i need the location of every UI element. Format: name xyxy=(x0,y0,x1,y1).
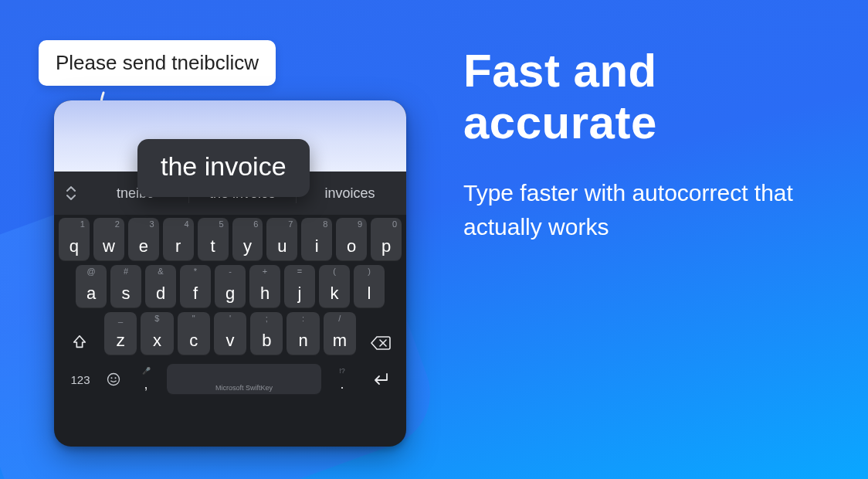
key-main-label: x xyxy=(153,331,161,351)
key-hint: 6 xyxy=(253,219,258,229)
punct-hint: !? xyxy=(339,367,345,375)
key-hint: 4 xyxy=(185,219,189,229)
key-hint: $ xyxy=(141,314,173,323)
keyboard-row-3-keys: _z$x"c'v;b:n/m xyxy=(104,312,356,355)
key-hint: = xyxy=(284,267,315,276)
expand-suggestions-icon[interactable] xyxy=(60,182,82,204)
key-main-label: i xyxy=(315,236,319,256)
emoji-key[interactable] xyxy=(102,372,125,387)
autocorrect-popup[interactable]: the invoice xyxy=(137,139,310,197)
key-i[interactable]: 8i xyxy=(301,218,332,261)
key-k[interactable]: (k xyxy=(319,265,350,308)
keyboard-row-3: _z$x"c'v;b:n/m xyxy=(59,312,402,355)
key-hint: ; xyxy=(250,314,283,323)
key-hint: 0 xyxy=(392,219,397,229)
svg-point-1 xyxy=(111,377,113,379)
headline-line-1: Fast and xyxy=(463,45,657,97)
key-main-label: j xyxy=(298,284,302,304)
typed-text-bubble: Please send tneibclicw xyxy=(39,40,276,86)
key-main-label: d xyxy=(156,284,165,304)
key-hint: " xyxy=(178,314,210,323)
key-main-label: y xyxy=(243,236,252,256)
key-v[interactable]: 'v xyxy=(214,312,246,355)
key-hint: 8 xyxy=(323,219,327,229)
key-hint: + xyxy=(249,267,280,276)
spacebar-key[interactable]: Microsoft SwiftKey xyxy=(167,364,321,395)
key-hint: / xyxy=(324,314,356,323)
shift-key[interactable] xyxy=(59,312,100,355)
key-main-label: b xyxy=(262,331,271,351)
key-b[interactable]: ;b xyxy=(250,312,283,355)
key-f[interactable]: *f xyxy=(180,265,211,308)
key-m[interactable]: /m xyxy=(324,312,356,355)
comma-mic-key[interactable]: 🎤 , xyxy=(130,367,162,392)
key-t[interactable]: 5t xyxy=(198,218,229,261)
enter-key[interactable] xyxy=(363,372,397,386)
typed-text: Please send tneibclicw xyxy=(56,51,259,74)
keyboard-bottom-row: 123 🎤 , Microsoft SwiftKey !? . xyxy=(59,359,402,399)
key-g[interactable]: -g xyxy=(215,265,246,308)
key-hint: ' xyxy=(214,314,246,323)
headline: Fast and accurate xyxy=(463,45,819,148)
key-x[interactable]: $x xyxy=(141,312,173,355)
key-main-label: g xyxy=(225,284,235,304)
key-hint: 7 xyxy=(288,219,293,229)
keyboard: 1q2w3e4r5t6y7u8i9o0p @a#s&d*f-g+h=j(k)l … xyxy=(54,215,406,404)
key-main-label: m xyxy=(333,331,347,351)
key-r[interactable]: 4r xyxy=(163,218,194,261)
autocorrect-text: the invoice xyxy=(161,151,287,181)
key-main-label: e xyxy=(139,236,148,256)
key-c[interactable]: "c xyxy=(178,312,210,355)
key-hint: 2 xyxy=(115,219,120,229)
keyboard-row-1: 1q2w3e4r5t6y7u8i9o0p xyxy=(59,218,402,261)
key-z[interactable]: _z xyxy=(104,312,137,355)
key-main-label: h xyxy=(260,284,270,304)
key-l[interactable]: )l xyxy=(354,265,385,308)
key-p[interactable]: 0p xyxy=(371,218,402,261)
key-main-label: s xyxy=(122,284,131,304)
key-hint: _ xyxy=(104,314,137,323)
marketing-copy: Fast and accurate Type faster with autoc… xyxy=(463,45,819,243)
key-main-label: p xyxy=(381,236,391,256)
key-hint: 3 xyxy=(150,219,154,229)
key-hint: : xyxy=(287,314,319,323)
key-main-label: v xyxy=(225,331,234,351)
key-q[interactable]: 1q xyxy=(59,218,90,261)
key-main-label: u xyxy=(277,236,287,256)
comma-label: , xyxy=(144,376,147,392)
key-n[interactable]: :n xyxy=(287,312,319,355)
key-e[interactable]: 3e xyxy=(128,218,159,261)
key-main-label: q xyxy=(70,236,79,256)
key-main-label: f xyxy=(193,284,198,304)
key-main-label: a xyxy=(86,284,96,304)
key-hint: 1 xyxy=(80,219,85,229)
key-hint: 9 xyxy=(358,219,362,229)
key-main-label: t xyxy=(211,236,215,256)
key-w[interactable]: 2w xyxy=(93,218,124,261)
key-main-label: z xyxy=(117,331,125,351)
key-j[interactable]: =j xyxy=(284,265,315,308)
period-label: . xyxy=(340,376,344,392)
keyboard-row-2: @a#s&d*f-g+h=j(k)l xyxy=(59,265,402,308)
key-u[interactable]: 7u xyxy=(266,218,297,261)
keyboard-brand-label: Microsoft SwiftKey xyxy=(215,384,273,392)
key-main-label: o xyxy=(347,236,356,256)
key-d[interactable]: &d xyxy=(145,265,176,308)
suggestion-right[interactable]: invoices xyxy=(300,182,400,205)
backspace-key[interactable] xyxy=(360,312,402,355)
key-y[interactable]: 6y xyxy=(232,218,263,261)
numbers-key[interactable]: 123 xyxy=(63,373,97,386)
key-h[interactable]: +h xyxy=(249,265,280,308)
key-hint: & xyxy=(145,267,176,276)
svg-point-2 xyxy=(115,377,117,379)
key-hint: * xyxy=(180,267,211,276)
key-main-label: n xyxy=(298,331,307,351)
period-punct-key[interactable]: !? . xyxy=(326,367,358,392)
key-o[interactable]: 9o xyxy=(336,218,367,261)
key-hint: - xyxy=(215,267,246,276)
key-main-label: w xyxy=(103,236,115,256)
key-hint: # xyxy=(110,267,141,276)
headline-line-2: accurate xyxy=(463,97,657,148)
key-s[interactable]: #s xyxy=(110,265,141,308)
key-a[interactable]: @a xyxy=(76,265,107,308)
